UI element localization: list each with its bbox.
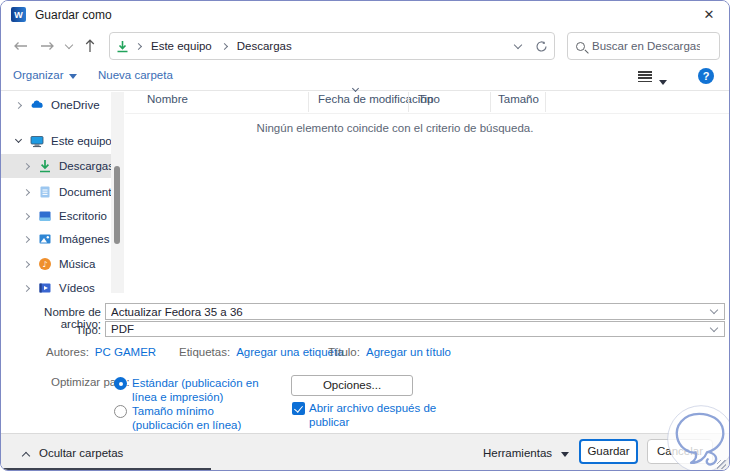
column-header-nombre[interactable]: Nombre — [147, 93, 188, 112]
sidebar-item-onedrive[interactable]: OneDrive — [1, 93, 111, 117]
sidebar-item-este-equipo[interactable]: Este equipo — [1, 129, 111, 153]
navigation-bar: Este equipo Descargas — [1, 31, 729, 61]
column-header-fecha[interactable]: Fecha de modificación — [318, 93, 433, 112]
open-after-publish-checkbox[interactable] — [292, 402, 305, 415]
organize-menu[interactable]: Organizar — [13, 69, 77, 81]
chevron-right-icon[interactable] — [23, 162, 30, 169]
chevron-right-icon[interactable] — [23, 284, 30, 291]
authors-value[interactable]: PC GAMER — [95, 346, 156, 358]
filename-combo — [105, 303, 725, 320]
videos-icon — [38, 281, 52, 295]
downloads-icon — [116, 40, 129, 53]
breadcrumb-descargas[interactable]: Descargas — [234, 40, 295, 52]
chevron-down-icon — [561, 452, 569, 457]
toolbar-separator — [1, 90, 729, 91]
music-icon: ♪ — [38, 257, 52, 271]
chevron-right-icon[interactable] — [23, 235, 30, 242]
open-after-publish-label[interactable]: Abrir archivo después de publicar — [309, 401, 451, 429]
address-dropdown-icon[interactable] — [514, 40, 522, 48]
recent-locations-dropdown[interactable] — [58, 35, 80, 57]
pictures-icon — [38, 232, 52, 246]
tools-dropdown[interactable]: Herramientas — [483, 447, 569, 459]
chevron-down-icon[interactable] — [710, 306, 718, 314]
doc-title-add-link[interactable]: Agregar un título — [366, 346, 451, 358]
doc-title-label: Título: — [328, 346, 360, 358]
authors-label: Autores: — [46, 346, 89, 358]
filetype-select[interactable] — [105, 321, 725, 337]
sidebar-item-videos[interactable]: Vídeos — [1, 276, 111, 300]
save-button[interactable]: Guardar — [579, 439, 638, 464]
documents-icon — [38, 185, 52, 199]
chevron-down-icon — [69, 74, 77, 79]
chevron-right-icon[interactable] — [23, 188, 30, 195]
forward-button[interactable] — [36, 35, 58, 57]
cancel-button[interactable]: Cancelar — [647, 439, 713, 464]
search-box[interactable] — [567, 32, 720, 60]
chevron-right-icon[interactable] — [23, 212, 30, 219]
sidebar-item-escritorio[interactable]: Escritorio — [1, 204, 111, 228]
search-icon — [576, 42, 585, 51]
new-folder-button[interactable]: Nueva carpeta — [98, 69, 173, 81]
hide-folders-button[interactable]: Ocultar carpetas — [39, 447, 123, 459]
column-header-tipo[interactable]: Tipo — [418, 93, 440, 112]
radio-estandar[interactable] — [114, 377, 127, 390]
chevron-down-icon[interactable] — [15, 136, 22, 143]
close-icon[interactable]: ✕ — [699, 5, 719, 25]
title-group: Título: Agregar un título — [328, 346, 451, 358]
chevron-right-icon[interactable] — [23, 260, 30, 267]
svg-text:W: W — [14, 10, 23, 20]
authors-group: Autores: PC GAMER — [46, 346, 156, 358]
onedrive-icon — [30, 98, 44, 112]
chevron-down-icon[interactable] — [710, 323, 718, 331]
command-toolbar: Organizar Nueva carpeta ? — [1, 63, 729, 90]
breadcrumb: Este equipo Descargas — [116, 40, 295, 53]
breadcrumb-este-equipo[interactable]: Este equipo — [148, 40, 215, 52]
radio-tamano-minimo[interactable] — [114, 405, 127, 418]
sidebar-item-documentos[interactable]: Documentos — [1, 180, 111, 204]
search-input[interactable] — [592, 40, 700, 52]
empty-folder-message: Ningún elemento coincide con el criterio… — [125, 122, 665, 134]
options-button[interactable]: Opciones... — [291, 375, 413, 396]
sidebar-scrollbar[interactable] — [111, 92, 124, 293]
window-title: Guardar como — [35, 8, 112, 22]
sidebar-item-musica[interactable]: ♪ Música — [1, 252, 111, 276]
help-icon[interactable]: ? — [698, 68, 714, 84]
save-as-dialog: W Guardar como ✕ Este equipo — [0, 0, 730, 471]
view-mode-icon[interactable] — [638, 71, 652, 82]
title-bar: W Guardar como ✕ — [1, 1, 729, 28]
downloads-icon — [38, 159, 52, 173]
tags-label: Etiquetas: — [179, 346, 230, 358]
sidebar-item-descargas[interactable]: Descargas — [1, 154, 111, 178]
view-mode-dropdown[interactable] — [659, 75, 667, 87]
up-button[interactable] — [79, 35, 101, 57]
word-app-icon: W — [11, 7, 26, 22]
computer-icon — [30, 134, 44, 148]
refresh-icon[interactable] — [535, 40, 548, 53]
filename-input[interactable] — [106, 306, 711, 318]
desktop-icon — [38, 209, 52, 223]
column-header-tamano[interactable]: Tamaño — [498, 93, 539, 112]
resize-grip[interactable] — [717, 460, 726, 469]
scrollbar-thumb[interactable] — [114, 166, 120, 244]
radio-tamano-minimo-label[interactable]: Tamaño mínimo (publicación en línea) — [132, 404, 264, 432]
chevron-right-icon[interactable] — [15, 101, 22, 108]
filetype-label: Tipo: — [3, 324, 101, 336]
tags-group: Etiquetas: Agregar una etiqueta — [179, 346, 344, 358]
svg-text:♪: ♪ — [42, 260, 47, 269]
sidebar-item-imagenes[interactable]: Imágenes — [1, 227, 111, 251]
radio-estandar-label[interactable]: Estándar (publicación en línea e impresi… — [132, 376, 260, 404]
address-bar[interactable]: Este equipo Descargas — [109, 32, 555, 60]
filetype-value[interactable] — [106, 323, 711, 335]
back-button[interactable] — [9, 35, 31, 57]
